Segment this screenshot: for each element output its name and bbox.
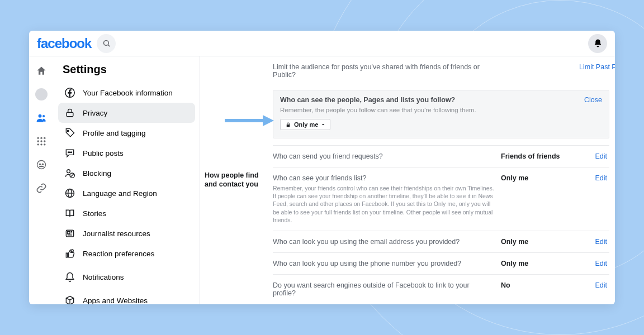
facebook-logo[interactable]: facebook — [37, 36, 91, 51]
row-value: No — [501, 281, 579, 289]
sidebar-item-privacy[interactable]: Privacy — [58, 103, 195, 123]
svg-point-0 — [103, 41, 108, 46]
edit-link[interactable]: Edit — [595, 174, 607, 182]
comment-icon — [64, 147, 76, 159]
row-friend-requests: Who can send you friend requests? Friend… — [273, 145, 609, 167]
row-question: Do you want search engines outside of Fa… — [273, 281, 501, 297]
section-label-contact: How people find and contact you — [205, 171, 266, 189]
notifications-button[interactable] — [588, 34, 607, 53]
svg-point-33 — [71, 250, 73, 252]
bell-outline-icon — [64, 271, 76, 283]
row-limit-past-posts: Limit the audience for posts you've shar… — [273, 56, 609, 85]
block-icon — [64, 167, 76, 179]
svg-point-10 — [37, 143, 39, 145]
audience-selector[interactable]: Only me — [280, 119, 330, 130]
sidebar-item-label: Profile and tagging — [83, 129, 146, 137]
sidebar-item-journalist[interactable]: Journalist resources — [58, 223, 195, 243]
rail-friends[interactable] — [35, 111, 48, 125]
sidebar-item-label: Language and Region — [83, 189, 157, 198]
sidebar-item-label: Notifications — [83, 273, 124, 281]
row-search-engines: Do you want search engines outside of Fa… — [273, 274, 609, 304]
globe-icon — [64, 187, 76, 199]
svg-point-20 — [69, 152, 70, 153]
sidebar-item-label: Your Facebook information — [83, 89, 173, 97]
sidebar-item-label: Privacy — [83, 109, 107, 117]
row-value: Only me — [501, 174, 579, 182]
sidebar-item-profile-tagging[interactable]: Profile and tagging — [58, 123, 195, 143]
sidebar-item-apps[interactable]: Apps and Websites — [58, 290, 195, 304]
left-rail — [29, 56, 54, 304]
page-title: Settings — [58, 63, 195, 83]
sidebar-item-label: Journalist resources — [83, 229, 150, 238]
svg-point-4 — [37, 137, 39, 139]
close-link[interactable]: Close — [584, 96, 602, 104]
sidebar-item-public-posts[interactable]: Public posts — [58, 143, 195, 163]
limit-past-posts-link[interactable]: Limit Past Posts — [579, 63, 615, 71]
svg-rect-17 — [67, 112, 73, 117]
edit-link[interactable]: Edit — [595, 260, 607, 267]
row-friends-list: Who can see your friends list? Remember,… — [273, 167, 609, 231]
svg-point-13 — [37, 161, 46, 169]
sidebar-item-notifications[interactable]: Notifications — [58, 267, 195, 287]
audience-selector-label: Only me — [294, 121, 318, 128]
expanded-desc: Remember, the people you follow can see … — [280, 107, 476, 113]
box-icon — [64, 294, 76, 304]
news-icon — [64, 227, 76, 240]
edit-link[interactable]: Edit — [595, 152, 607, 160]
svg-line-1 — [108, 45, 110, 46]
facebook-circle-icon — [64, 87, 76, 99]
svg-point-2 — [39, 114, 42, 118]
svg-point-3 — [42, 115, 45, 117]
svg-point-6 — [44, 137, 45, 139]
svg-point-21 — [71, 152, 72, 153]
rail-groups[interactable] — [35, 158, 48, 171]
row-question: Who can look you up using the phone numb… — [273, 260, 501, 267]
svg-point-18 — [67, 130, 69, 132]
sidebar-item-label: Stories — [83, 209, 106, 218]
row-question: Limit the audience for posts you've shar… — [273, 63, 501, 79]
sidebar-item-label: Apps and Websites — [83, 296, 148, 305]
svg-point-8 — [40, 140, 42, 142]
rail-home[interactable] — [35, 64, 48, 78]
rail-link[interactable] — [35, 181, 48, 195]
tag-icon — [64, 127, 76, 139]
sidebar-item-label: Public posts — [83, 149, 124, 157]
sidebar-item-label: Blocking — [83, 169, 111, 178]
row-value: Only me — [501, 260, 579, 267]
row-question: Who can look you up using the email addr… — [273, 238, 501, 246]
avatar-icon — [35, 88, 48, 100]
svg-point-14 — [39, 164, 41, 165]
bell-icon — [593, 39, 603, 48]
sidebar-item-label: Reaction preferences — [83, 250, 154, 258]
sidebar-item-stories[interactable]: Stories — [58, 203, 195, 223]
like-icon — [64, 247, 76, 260]
row-lookup-phone: Who can look you up using the phone numb… — [273, 252, 609, 274]
svg-rect-29 — [68, 232, 70, 234]
sidebar-item-your-info[interactable]: Your Facebook information — [58, 83, 195, 103]
svg-line-24 — [70, 174, 74, 177]
sidebar-item-language[interactable]: Language and Region — [58, 183, 195, 203]
edit-link[interactable]: Edit — [595, 238, 607, 246]
lock-icon — [64, 107, 76, 119]
chevron-down-icon — [321, 122, 325, 127]
annotation-arrow-icon — [224, 113, 274, 128]
row-value: Friends of friends — [501, 152, 579, 160]
expanded-title: Who can see the people, Pages and lists … — [280, 96, 476, 104]
svg-point-7 — [37, 140, 39, 142]
rail-avatar[interactable] — [35, 88, 48, 101]
svg-point-15 — [42, 164, 44, 165]
expanded-following-visibility: Who can see the people, Pages and lists … — [273, 90, 609, 138]
top-bar: facebook — [29, 31, 615, 56]
sidebar-item-blocking[interactable]: Blocking — [58, 163, 195, 183]
row-subtext: Remember, your friends control who can s… — [273, 184, 494, 224]
edit-link[interactable]: Edit — [595, 281, 607, 289]
svg-point-9 — [44, 140, 45, 142]
rail-grid[interactable] — [35, 135, 48, 148]
svg-point-11 — [40, 143, 42, 145]
app-window: facebook — [29, 31, 615, 304]
svg-point-19 — [68, 152, 69, 153]
lock-small-icon — [285, 122, 291, 128]
content-panel: How people find and contact you Limit th… — [200, 56, 615, 304]
sidebar-item-reactions[interactable]: Reaction preferences — [58, 243, 195, 264]
search-button[interactable] — [97, 34, 116, 53]
